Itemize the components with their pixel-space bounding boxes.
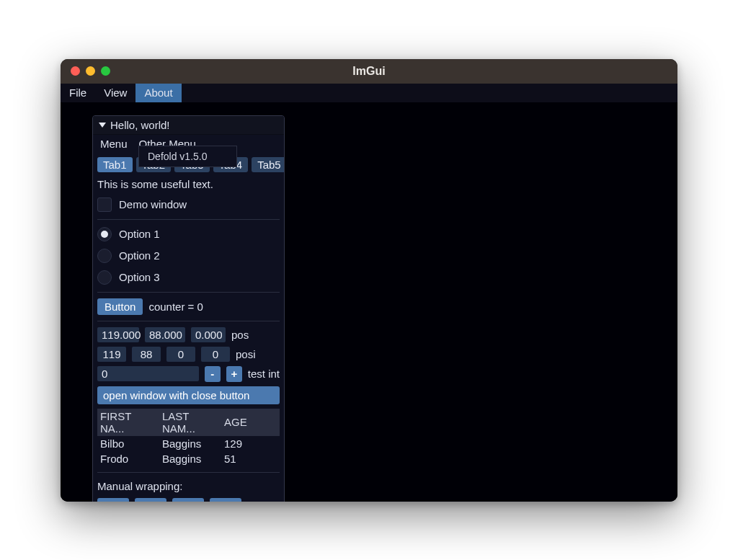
- posi-3-input[interactable]: 0: [201, 347, 230, 362]
- radio-option-1-label: Option 1: [119, 228, 160, 240]
- people-table: FIRST NA... LAST NAM... AGE Bilbo Baggin…: [97, 409, 280, 466]
- minimize-window-icon[interactable]: [86, 66, 95, 76]
- wrap-button[interactable]: [97, 498, 129, 502]
- manual-wrapping-label: Manual wrapping:: [97, 479, 280, 494]
- radio-option-2[interactable]: [97, 249, 112, 263]
- app-window: ImGui File View About Defold v1.5.0 Hell…: [61, 59, 677, 502]
- demo-window-checkbox[interactable]: [97, 197, 112, 212]
- test-int-plus-button[interactable]: +: [226, 366, 242, 382]
- maximize-window-icon[interactable]: [101, 66, 110, 76]
- wrap-buttons-row: [97, 498, 280, 502]
- button-counter-row: Button counter = 0: [97, 298, 280, 315]
- radio-option-3[interactable]: [97, 270, 112, 285]
- panel-menu-menu[interactable]: Menu: [100, 138, 128, 150]
- table-header-row: FIRST NA... LAST NAM... AGE: [97, 409, 280, 436]
- traffic-lights: [61, 66, 110, 76]
- wrap-button[interactable]: [135, 498, 166, 502]
- cell-first-name: Bilbo: [97, 436, 159, 451]
- posi-1-input[interactable]: 88: [132, 347, 161, 362]
- demo-window-checkbox-row: Demo window: [97, 196, 280, 213]
- tab-5[interactable]: Tab5: [252, 157, 285, 172]
- about-dropdown-item[interactable]: Defold v1.5.0: [148, 151, 208, 162]
- pos-y-input[interactable]: 88.000: [145, 327, 185, 342]
- tab-1[interactable]: Tab1: [97, 157, 133, 172]
- window-title: ImGui: [61, 65, 677, 78]
- posi-0-input[interactable]: 119: [97, 347, 126, 362]
- radio-option-1[interactable]: [97, 227, 112, 241]
- demo-window-label: Demo window: [119, 198, 187, 210]
- content-area: Defold v1.5.0 Hello, world! Menu Other M…: [61, 102, 677, 502]
- collapse-icon[interactable]: [99, 123, 106, 128]
- test-int-row: 0 - + test int: [97, 366, 280, 382]
- menu-view[interactable]: View: [95, 84, 135, 102]
- panel-body: Tab1 Tab2 Tab3 Tab4 Tab5 This is some us…: [93, 154, 284, 502]
- cell-age: 51: [221, 451, 280, 466]
- cell-age: 129: [221, 436, 280, 451]
- close-window-icon[interactable]: [71, 66, 80, 76]
- cell-first-name: Frodo: [97, 451, 159, 466]
- pos-x-input[interactable]: 119.000: [97, 327, 139, 342]
- table-row: Bilbo Baggins 129: [97, 436, 280, 451]
- radio-option-2-label: Option 2: [119, 249, 160, 262]
- imgui-panel-title: Hello, world!: [110, 119, 170, 131]
- separator: [97, 472, 280, 473]
- counter-label: counter = 0: [148, 301, 203, 313]
- titlebar: ImGui: [61, 59, 677, 84]
- about-dropdown[interactable]: Defold v1.5.0: [138, 146, 237, 167]
- col-age[interactable]: AGE: [221, 409, 280, 436]
- test-int-label: test int: [248, 368, 280, 380]
- wrap-button[interactable]: [172, 498, 204, 502]
- wrap-button[interactable]: [210, 498, 241, 502]
- posi-2-input[interactable]: 0: [166, 347, 195, 362]
- imgui-panel-titlebar[interactable]: Hello, world!: [93, 116, 284, 135]
- main-menubar: File View About: [61, 84, 677, 102]
- table-row: Frodo Baggins 51: [97, 451, 280, 466]
- test-int-input[interactable]: 0: [97, 366, 199, 381]
- radio-option-2-row: Option 2: [97, 247, 280, 265]
- separator: [97, 321, 280, 321]
- separator: [97, 292, 280, 293]
- pos-label: pos: [231, 329, 249, 341]
- menu-file[interactable]: File: [61, 84, 95, 102]
- radio-option-1-row: Option 1: [97, 226, 280, 243]
- cell-last-name: Baggins: [159, 451, 221, 466]
- col-first-name[interactable]: FIRST NA...: [97, 409, 159, 436]
- open-window-button[interactable]: open window with close button: [97, 386, 280, 404]
- col-last-name[interactable]: LAST NAM...: [159, 409, 221, 436]
- posi-int-row: 119 88 0 0 posi: [97, 347, 280, 362]
- counter-button[interactable]: Button: [97, 298, 143, 315]
- pos-float-row: 119.000 88.000 0.000 pos: [97, 327, 280, 342]
- menu-about[interactable]: About: [135, 84, 181, 102]
- imgui-panel: Hello, world! Menu Other Menu Tab1 Tab2 …: [92, 115, 285, 502]
- test-int-minus-button[interactable]: -: [205, 366, 221, 382]
- radio-option-3-label: Option 3: [119, 271, 160, 283]
- posi-label: posi: [236, 348, 256, 360]
- pos-z-input[interactable]: 0.000: [191, 327, 226, 342]
- useful-text: This is some useful text.: [97, 177, 280, 192]
- cell-last-name: Baggins: [159, 436, 221, 451]
- radio-option-3-row: Option 3: [97, 269, 280, 286]
- separator: [97, 219, 280, 220]
